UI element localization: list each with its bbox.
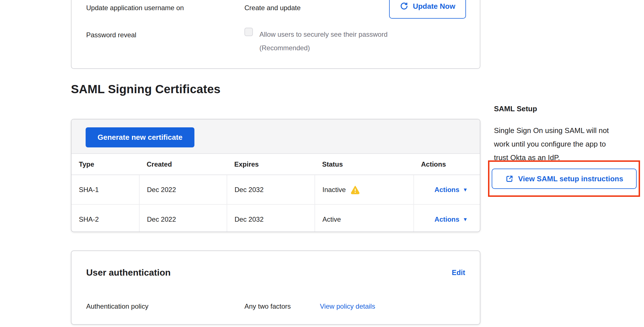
view-saml-setup-label: View SAML setup instructions	[518, 175, 623, 183]
user-authentication-heading: User authentication	[86, 267, 171, 278]
generate-new-certificate-button[interactable]: Generate new certificate	[86, 127, 194, 147]
checkbox-text-line1: Allow users to securely see their passwo…	[259, 28, 388, 41]
actions-dropdown[interactable]: Actions ▼	[421, 215, 480, 223]
view-policy-details-link[interactable]: View policy details	[320, 302, 375, 310]
password-reveal-description: Allow users to securely see their passwo…	[259, 28, 388, 55]
actions-label: Actions	[435, 215, 459, 223]
chevron-down-icon: ▼	[463, 217, 468, 222]
column-header-expires: Expires	[227, 154, 315, 175]
table-header-row: Type Created Expires Status Actions	[71, 154, 480, 175]
certificates-card-header: Generate new certificate	[71, 119, 480, 154]
password-reveal-label: Password reveal	[86, 31, 136, 39]
cert-status: Inactive	[322, 186, 346, 194]
warning-icon	[350, 185, 360, 195]
description-line2: work until you configure the app to	[494, 137, 609, 151]
chevron-down-icon: ▼	[463, 187, 468, 192]
view-saml-setup-instructions-button[interactable]: View SAML setup instructions	[492, 169, 637, 189]
authentication-policy-value: Any two factors	[244, 302, 291, 310]
saml-signing-certificates-heading: SAML Signing Certificates	[71, 82, 220, 96]
edit-link[interactable]: Edit	[452, 269, 465, 277]
update-now-button[interactable]: Update Now	[389, 0, 466, 19]
column-header-created: Created	[139, 154, 227, 175]
cert-created: Dec 2022	[139, 175, 227, 204]
password-reveal-checkbox[interactable]	[244, 28, 253, 36]
cert-type: SHA-2	[71, 204, 139, 232]
cert-expires: Dec 2032	[227, 175, 315, 204]
table-row: SHA-1 Dec 2022 Dec 2032 Inactive	[71, 175, 480, 204]
update-username-label: Update application username on	[86, 4, 184, 12]
column-header-status: Status	[315, 154, 414, 175]
cert-type: SHA-1	[71, 175, 139, 204]
saml-setup-heading: SAML Setup	[494, 104, 537, 113]
column-header-actions: Actions	[414, 154, 480, 175]
sign-on-settings-card: Update application username on Create an…	[71, 0, 480, 69]
app-settings-page: Update application username on Create an…	[0, 0, 644, 327]
user-authentication-card: User authentication Edit Authentication …	[71, 250, 480, 325]
cert-created: Dec 2022	[139, 204, 227, 232]
update-username-value: Create and update	[244, 4, 301, 12]
certificates-table: Type Created Expires Status Actions SHA-…	[71, 154, 480, 232]
cert-expires: Dec 2032	[227, 204, 315, 232]
actions-label: Actions	[435, 186, 459, 194]
actions-dropdown[interactable]: Actions ▼	[421, 186, 480, 194]
refresh-icon	[400, 2, 408, 10]
cert-status: Active	[322, 215, 341, 223]
checkbox-text-line2: (Recommended)	[259, 41, 388, 55]
description-line1: Single Sign On using SAML will not	[494, 124, 609, 137]
external-link-icon	[505, 175, 514, 183]
authentication-policy-label: Authentication policy	[86, 302, 148, 310]
column-header-type: Type	[71, 154, 139, 175]
table-row: SHA-2 Dec 2022 Dec 2032 Active Actions ▼	[71, 204, 480, 232]
update-now-label: Update Now	[413, 2, 455, 11]
saml-setup-description: Single Sign On using SAML will not work …	[494, 124, 609, 164]
certificates-card: Generate new certificate Type Created Ex…	[71, 119, 480, 232]
